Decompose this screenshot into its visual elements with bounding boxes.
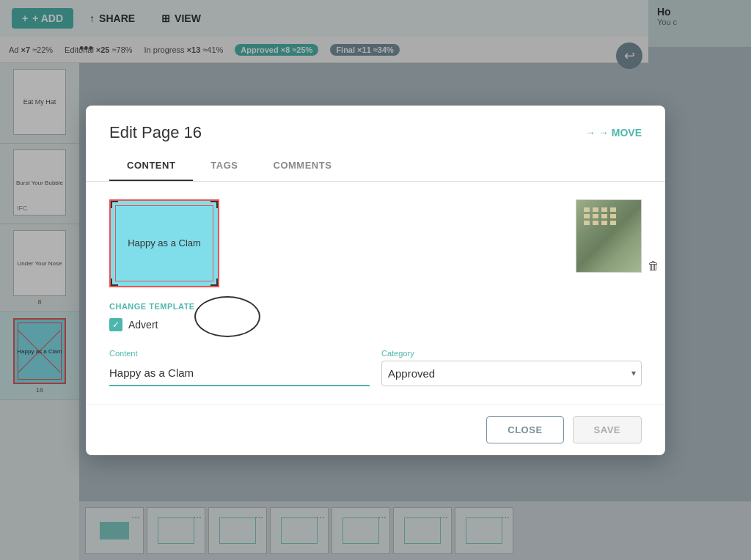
content-field-group: Content [109, 349, 370, 386]
modal-overlay: Edit Page 16 → → MOVE CONTENT TAGS COMME… [0, 0, 751, 560]
category-field-label: Category [381, 349, 642, 358]
move-label: → MOVE [598, 127, 642, 139]
tab-comments[interactable]: COMMENTS [256, 151, 350, 181]
preview-section: Happy as a Clam [109, 199, 642, 287]
corner-tr [210, 201, 218, 208]
tab-tags[interactable]: TAGS [193, 151, 255, 181]
close-button[interactable]: CLOSE [486, 416, 563, 443]
check-icon: ✓ [112, 320, 120, 330]
content-field-label: Content [109, 349, 370, 358]
modal-title: Edit Page 16 [109, 123, 202, 142]
category-select-wrapper: Approved In progress Final Editorial ▾ [381, 361, 642, 386]
preview-text: Happy as a Clam [128, 237, 201, 248]
edit-page-modal: Edit Page 16 → → MOVE CONTENT TAGS COMME… [86, 106, 665, 455]
fields-row: Content Category Approved In progress Fi… [109, 349, 642, 386]
corner-br [210, 279, 218, 286]
move-button[interactable]: → → MOVE [585, 127, 642, 139]
change-template-label: CHANGE TEMPLATE [109, 302, 642, 311]
change-template-section: CHANGE TEMPLATE ✓ Advert [109, 302, 642, 331]
corner-tl [111, 201, 118, 208]
delete-image-button[interactable]: 🗑 [648, 259, 659, 273]
template-checkbox[interactable]: ✓ [109, 318, 122, 331]
content-input[interactable] [109, 361, 370, 386]
modal-tabs: CONTENT TAGS COMMENTS [86, 151, 665, 182]
arrow-right-icon: → [585, 127, 596, 139]
template-option: ✓ Advert [109, 318, 642, 331]
template-circle-decoration [194, 296, 260, 337]
image-preview [576, 199, 642, 273]
modal-footer: CLOSE SAVE [86, 404, 665, 455]
modal-header: Edit Page 16 → → MOVE [86, 106, 665, 142]
modal-body: Happy as a Clam [86, 182, 665, 404]
image-preview-wrapper: 🗑 [576, 199, 642, 273]
category-select[interactable]: Approved In progress Final Editorial [381, 361, 642, 386]
template-name: Advert [128, 319, 158, 331]
tab-content[interactable]: CONTENT [109, 151, 193, 181]
page-preview: Happy as a Clam [109, 199, 219, 287]
corner-bl [111, 279, 118, 286]
save-button[interactable]: SAVE [573, 416, 642, 443]
building-windows [584, 207, 634, 227]
category-field-group: Category Approved In progress Final Edit… [381, 349, 642, 386]
trash-icon: 🗑 [648, 259, 659, 272]
